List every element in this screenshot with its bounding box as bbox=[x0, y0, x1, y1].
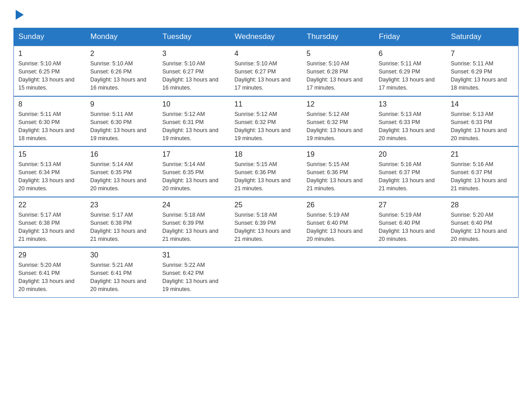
calendar-cell: 31 Sunrise: 5:22 AMSunset: 6:42 PMDaylig… bbox=[158, 247, 230, 297]
day-number: 25 bbox=[235, 201, 298, 209]
day-info: Sunrise: 5:13 AMSunset: 6:33 PMDaylight:… bbox=[451, 110, 514, 143]
calendar-table: SundayMondayTuesdayWednesdayThursdayFrid… bbox=[13, 28, 519, 298]
calendar-cell: 23 Sunrise: 5:17 AMSunset: 6:38 PMDaylig… bbox=[86, 197, 158, 248]
day-info: Sunrise: 5:10 AMSunset: 6:27 PMDaylight:… bbox=[163, 60, 226, 92]
day-number: 7 bbox=[451, 50, 514, 58]
day-info: Sunrise: 5:19 AMSunset: 6:40 PMDaylight:… bbox=[307, 211, 370, 244]
day-info: Sunrise: 5:10 AMSunset: 6:26 PMDaylight:… bbox=[90, 60, 154, 92]
day-info: Sunrise: 5:10 AMSunset: 6:27 PMDaylight:… bbox=[235, 60, 298, 92]
calendar-cell: 11 Sunrise: 5:12 AMSunset: 6:32 PMDaylig… bbox=[230, 96, 302, 147]
calendar-cell: 30 Sunrise: 5:21 AMSunset: 6:41 PMDaylig… bbox=[86, 247, 158, 297]
day-info: Sunrise: 5:17 AMSunset: 6:38 PMDaylight:… bbox=[18, 211, 82, 244]
page-header bbox=[13, 9, 519, 20]
calendar-cell: 29 Sunrise: 5:20 AMSunset: 6:41 PMDaylig… bbox=[14, 247, 86, 297]
day-number: 19 bbox=[307, 150, 370, 158]
day-info: Sunrise: 5:11 AMSunset: 6:30 PMDaylight:… bbox=[90, 110, 154, 143]
calendar-cell bbox=[446, 247, 519, 297]
calendar-cell: 1 Sunrise: 5:10 AMSunset: 6:25 PMDayligh… bbox=[14, 46, 86, 96]
calendar-cell: 19 Sunrise: 5:15 AMSunset: 6:36 PMDaylig… bbox=[302, 146, 374, 197]
day-info: Sunrise: 5:16 AMSunset: 6:37 PMDaylight:… bbox=[451, 160, 514, 193]
calendar-cell: 9 Sunrise: 5:11 AMSunset: 6:30 PMDayligh… bbox=[86, 96, 158, 147]
calendar-cell bbox=[230, 247, 302, 297]
calendar-day-header: Tuesday bbox=[158, 28, 230, 46]
logo bbox=[13, 9, 24, 20]
day-number: 1 bbox=[18, 50, 82, 58]
day-number: 17 bbox=[163, 150, 226, 158]
day-number: 11 bbox=[235, 100, 298, 108]
calendar-cell: 18 Sunrise: 5:15 AMSunset: 6:36 PMDaylig… bbox=[230, 146, 302, 197]
day-info: Sunrise: 5:15 AMSunset: 6:36 PMDaylight:… bbox=[307, 160, 370, 193]
day-number: 8 bbox=[18, 100, 82, 108]
day-info: Sunrise: 5:20 AMSunset: 6:41 PMDaylight:… bbox=[18, 261, 82, 294]
day-info: Sunrise: 5:14 AMSunset: 6:35 PMDaylight:… bbox=[163, 160, 226, 193]
day-number: 3 bbox=[163, 50, 226, 58]
calendar-cell bbox=[374, 247, 446, 297]
day-info: Sunrise: 5:13 AMSunset: 6:34 PMDaylight:… bbox=[18, 160, 82, 193]
calendar-cell: 14 Sunrise: 5:13 AMSunset: 6:33 PMDaylig… bbox=[446, 96, 519, 147]
day-number: 13 bbox=[379, 100, 442, 108]
calendar-cell: 8 Sunrise: 5:11 AMSunset: 6:30 PMDayligh… bbox=[14, 96, 86, 147]
calendar-cell: 22 Sunrise: 5:17 AMSunset: 6:38 PMDaylig… bbox=[14, 197, 86, 248]
calendar-cell: 4 Sunrise: 5:10 AMSunset: 6:27 PMDayligh… bbox=[230, 46, 302, 96]
day-number: 26 bbox=[307, 201, 370, 209]
day-info: Sunrise: 5:22 AMSunset: 6:42 PMDaylight:… bbox=[163, 261, 226, 294]
day-number: 24 bbox=[163, 201, 226, 209]
day-number: 22 bbox=[18, 201, 82, 209]
day-number: 2 bbox=[90, 50, 154, 58]
day-number: 14 bbox=[451, 100, 514, 108]
day-info: Sunrise: 5:11 AMSunset: 6:29 PMDaylight:… bbox=[451, 60, 514, 92]
calendar-header-row: SundayMondayTuesdayWednesdayThursdayFrid… bbox=[14, 28, 519, 46]
calendar-cell: 27 Sunrise: 5:19 AMSunset: 6:40 PMDaylig… bbox=[374, 197, 446, 248]
day-info: Sunrise: 5:21 AMSunset: 6:41 PMDaylight:… bbox=[90, 261, 154, 294]
calendar-cell: 10 Sunrise: 5:12 AMSunset: 6:31 PMDaylig… bbox=[158, 96, 230, 147]
day-number: 23 bbox=[90, 201, 154, 209]
calendar-cell: 16 Sunrise: 5:14 AMSunset: 6:35 PMDaylig… bbox=[86, 146, 158, 197]
calendar-cell: 17 Sunrise: 5:14 AMSunset: 6:35 PMDaylig… bbox=[158, 146, 230, 197]
day-info: Sunrise: 5:14 AMSunset: 6:35 PMDaylight:… bbox=[90, 160, 154, 193]
calendar-week-row: 15 Sunrise: 5:13 AMSunset: 6:34 PMDaylig… bbox=[14, 146, 519, 197]
calendar-cell bbox=[302, 247, 374, 297]
calendar-week-row: 22 Sunrise: 5:17 AMSunset: 6:38 PMDaylig… bbox=[14, 197, 519, 248]
calendar-day-header: Friday bbox=[374, 28, 446, 46]
calendar-cell: 2 Sunrise: 5:10 AMSunset: 6:26 PMDayligh… bbox=[86, 46, 158, 96]
calendar-day-header: Monday bbox=[86, 28, 158, 46]
day-info: Sunrise: 5:11 AMSunset: 6:29 PMDaylight:… bbox=[379, 60, 442, 92]
day-number: 27 bbox=[379, 201, 442, 209]
day-number: 4 bbox=[235, 50, 298, 58]
calendar-cell: 13 Sunrise: 5:13 AMSunset: 6:33 PMDaylig… bbox=[374, 96, 446, 147]
day-info: Sunrise: 5:12 AMSunset: 6:32 PMDaylight:… bbox=[307, 110, 370, 143]
day-info: Sunrise: 5:18 AMSunset: 6:39 PMDaylight:… bbox=[163, 211, 226, 244]
calendar-cell: 3 Sunrise: 5:10 AMSunset: 6:27 PMDayligh… bbox=[158, 46, 230, 96]
day-number: 31 bbox=[163, 251, 226, 259]
day-info: Sunrise: 5:19 AMSunset: 6:40 PMDaylight:… bbox=[379, 211, 442, 244]
day-number: 18 bbox=[235, 150, 298, 158]
day-number: 6 bbox=[379, 50, 442, 58]
day-number: 20 bbox=[379, 150, 442, 158]
calendar-cell: 7 Sunrise: 5:11 AMSunset: 6:29 PMDayligh… bbox=[446, 46, 519, 96]
calendar-cell: 20 Sunrise: 5:16 AMSunset: 6:37 PMDaylig… bbox=[374, 146, 446, 197]
calendar-week-row: 8 Sunrise: 5:11 AMSunset: 6:30 PMDayligh… bbox=[14, 96, 519, 147]
day-number: 21 bbox=[451, 150, 514, 158]
day-info: Sunrise: 5:13 AMSunset: 6:33 PMDaylight:… bbox=[379, 110, 442, 143]
calendar-cell: 28 Sunrise: 5:20 AMSunset: 6:40 PMDaylig… bbox=[446, 197, 519, 248]
day-info: Sunrise: 5:15 AMSunset: 6:36 PMDaylight:… bbox=[235, 160, 298, 193]
day-number: 16 bbox=[90, 150, 154, 158]
day-number: 30 bbox=[90, 251, 154, 259]
day-info: Sunrise: 5:10 AMSunset: 6:28 PMDaylight:… bbox=[307, 60, 370, 92]
calendar-cell: 15 Sunrise: 5:13 AMSunset: 6:34 PMDaylig… bbox=[14, 146, 86, 197]
day-info: Sunrise: 5:11 AMSunset: 6:30 PMDaylight:… bbox=[18, 110, 82, 143]
calendar-cell: 24 Sunrise: 5:18 AMSunset: 6:39 PMDaylig… bbox=[158, 197, 230, 248]
calendar-day-header: Thursday bbox=[302, 28, 374, 46]
calendar-cell: 25 Sunrise: 5:18 AMSunset: 6:39 PMDaylig… bbox=[230, 197, 302, 248]
calendar-cell: 5 Sunrise: 5:10 AMSunset: 6:28 PMDayligh… bbox=[302, 46, 374, 96]
calendar-cell: 12 Sunrise: 5:12 AMSunset: 6:32 PMDaylig… bbox=[302, 96, 374, 147]
calendar-day-header: Wednesday bbox=[230, 28, 302, 46]
day-info: Sunrise: 5:20 AMSunset: 6:40 PMDaylight:… bbox=[451, 211, 514, 244]
calendar-body: 1 Sunrise: 5:10 AMSunset: 6:25 PMDayligh… bbox=[14, 46, 519, 297]
day-number: 10 bbox=[163, 100, 226, 108]
day-info: Sunrise: 5:17 AMSunset: 6:38 PMDaylight:… bbox=[90, 211, 154, 244]
calendar-cell: 26 Sunrise: 5:19 AMSunset: 6:40 PMDaylig… bbox=[302, 197, 374, 248]
day-number: 5 bbox=[307, 50, 370, 58]
calendar-cell: 21 Sunrise: 5:16 AMSunset: 6:37 PMDaylig… bbox=[446, 146, 519, 197]
day-info: Sunrise: 5:18 AMSunset: 6:39 PMDaylight:… bbox=[235, 211, 298, 244]
